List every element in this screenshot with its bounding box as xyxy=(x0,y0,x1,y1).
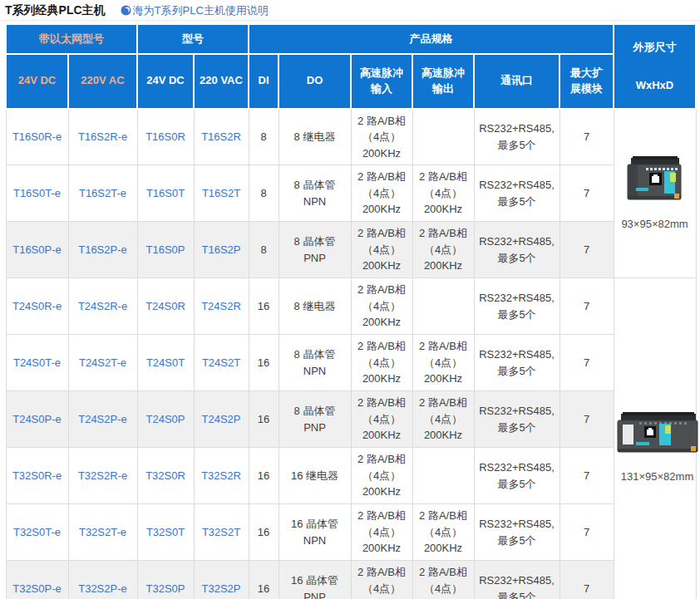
model-link[interactable]: T32S2T-e xyxy=(79,526,126,538)
model-link[interactable]: T24S0T-e xyxy=(13,356,61,369)
model-link[interactable]: T16S2T-e xyxy=(79,187,126,199)
page-title: T系列经典PLC主机 xyxy=(5,3,106,18)
model-24vdc-e-cell: T32S0P-e xyxy=(6,561,68,599)
model-link[interactable]: T16S0P-e xyxy=(12,243,62,256)
table-row: T16S0R-eT16S2R-eT16S0RT16S2R88 继电器2 路A/B… xyxy=(6,109,696,165)
hs-pulse-output-cell: 2 路A/B相 （4点） 200KHz xyxy=(412,561,474,599)
col-220vac: 220 VAC xyxy=(194,54,249,109)
usage-guide-label: 海为T系列PLC主机使用说明 xyxy=(133,3,269,18)
hs-pulse-input-cell: 2 路A/B相 （4点） 200KHz xyxy=(351,278,412,335)
model-24vdc-e-cell: T16S0R-e xyxy=(6,109,68,165)
model-link[interactable]: T16S0P xyxy=(146,243,185,256)
model-link[interactable]: T16S0R-e xyxy=(12,130,62,143)
col-hs-pulse-input: 高速脉冲 输入 xyxy=(351,54,412,109)
max-expansion-cell: 7 xyxy=(560,561,614,599)
model-link[interactable]: T16S2P xyxy=(202,243,241,256)
hs-pulse-input-cell: 2 路A/B相 （4点） 200KHz xyxy=(351,222,412,278)
table-row: T24S0T-eT24S2T-eT24S0TT24S2T168 晶体管 NPN2… xyxy=(6,335,696,391)
di-cell: 16 xyxy=(249,561,279,599)
col-hs-pulse-output: 高速脉冲 输出 xyxy=(412,54,474,109)
do-cell: 16 晶体管 NPN xyxy=(279,504,351,561)
do-cell: 8 晶体管 NPN xyxy=(279,165,351,222)
model-link[interactable]: T24S0P xyxy=(146,413,185,425)
hs-pulse-input-cell: 2 路A/B相 （4点） 200KHz xyxy=(351,504,412,561)
usage-guide-link[interactable]: 海为T系列PLC主机使用说明 xyxy=(121,3,269,18)
model-24vdc-cell: T16S0P xyxy=(137,222,194,278)
model-link[interactable]: T32S0P xyxy=(146,582,185,595)
max-expansion-cell: 7 xyxy=(560,448,614,504)
header-group-row: 带以太网型号 型号 产品规格 外形尺寸 WxHxD xyxy=(6,24,696,54)
model-link[interactable]: T32S2P-e xyxy=(78,582,127,595)
model-link[interactable]: T32S0P-e xyxy=(12,582,62,595)
comm-port-cell: RS232+RS485, 最多5个 xyxy=(474,448,560,504)
model-24vdc-e-cell: T24S0R-e xyxy=(6,278,68,335)
hs-pulse-input-cell: 2 路A/B相 （4点） 200KHz xyxy=(351,561,412,599)
model-link[interactable]: T16S2R-e xyxy=(78,130,127,143)
model-220vac-e-cell: T16S2T-e xyxy=(68,165,137,222)
model-link[interactable]: T24S2R-e xyxy=(78,300,127,312)
hs-pulse-output-cell xyxy=(412,109,474,165)
do-cell: 8 晶体管 NPN xyxy=(279,335,351,391)
hs-pulse-input-cell: 2 路A/B相 （4点） 200KHz xyxy=(351,335,412,391)
model-link[interactable]: T16S2R xyxy=(201,130,241,143)
model-link[interactable]: T24S0R xyxy=(145,300,185,312)
hs-pulse-output-cell: 2 路A/B相 （4点） 200KHz xyxy=(412,504,474,561)
model-link[interactable]: T24S0T xyxy=(146,356,185,369)
dimension-caption: 131×95×82mm xyxy=(616,469,699,485)
model-24vdc-cell: T32S0T xyxy=(137,504,194,561)
max-expansion-cell: 7 xyxy=(560,504,614,561)
model-link[interactable]: T24S2P-e xyxy=(78,413,127,425)
dimension-cell: 93×95×82mm xyxy=(614,109,696,278)
table-row: T16S0P-eT16S2P-eT16S0PT16S2P88 晶体管 PNP2 … xyxy=(6,222,696,278)
model-link[interactable]: T24S2T xyxy=(202,356,240,369)
model-24vdc-e-cell: T32S0T-e xyxy=(6,504,68,561)
model-220vac-cell: T32S2P xyxy=(194,561,249,599)
model-24vdc-cell: T24S0R xyxy=(137,278,194,335)
model-link[interactable]: T24S2R xyxy=(201,300,241,312)
header-col-row: 24V DC 220V AC 24V DC 220 VAC DI DO 高速脉冲… xyxy=(6,54,696,109)
do-cell: 8 晶体管 PNP xyxy=(279,391,351,448)
header-group-model: 型号 xyxy=(137,24,249,54)
model-220vac-e-cell: T32S2T-e xyxy=(68,504,137,561)
hs-pulse-output-cell xyxy=(412,448,474,504)
col-24vdc-ethernet: 24V DC xyxy=(6,54,68,109)
col-220vac-ethernet: 220V AC xyxy=(68,54,137,109)
comm-port-cell: RS232+RS485, 最多5个 xyxy=(474,335,560,391)
model-link[interactable]: T32S2R xyxy=(201,469,241,482)
model-220vac-e-cell: T24S2T-e xyxy=(68,335,137,391)
model-220vac-cell: T24S2R xyxy=(194,278,249,335)
model-link[interactable]: T16S0T xyxy=(146,187,185,199)
model-link[interactable]: T32S0T xyxy=(146,526,185,538)
model-220vac-e-cell: T24S2P-e xyxy=(68,391,137,448)
dimension-cell: 131×95×82mm xyxy=(614,278,696,599)
model-link[interactable]: T24S0R-e xyxy=(12,300,62,312)
table-row: T24S0R-eT24S2R-eT24S0RT24S2R168 继电器2 路A/… xyxy=(6,278,696,335)
model-link[interactable]: T24S0P-e xyxy=(12,413,62,425)
model-link[interactable]: T32S0T-e xyxy=(13,526,61,538)
model-24vdc-e-cell: T16S0T-e xyxy=(6,165,68,222)
di-cell: 16 xyxy=(249,391,279,448)
comm-port-cell: RS232+RS485, 最多5个 xyxy=(474,504,560,561)
max-expansion-cell: 7 xyxy=(560,278,614,335)
model-link[interactable]: T32S0R-e xyxy=(12,469,62,482)
table-body: T16S0R-eT16S2R-eT16S0RT16S2R88 继电器2 路A/B… xyxy=(6,109,696,599)
di-cell: 16 xyxy=(249,504,279,561)
model-link[interactable]: T16S2T xyxy=(202,187,240,199)
di-cell: 8 xyxy=(249,165,279,222)
model-220vac-cell: T24S2T xyxy=(194,335,249,391)
col-comm-port: 通讯口 xyxy=(474,54,560,109)
model-220vac-e-cell: T16S2R-e xyxy=(68,109,137,165)
comm-port-cell: RS232+RS485, 最多5个 xyxy=(474,561,560,599)
model-link[interactable]: T16S0R xyxy=(145,130,185,143)
model-link[interactable]: T32S0R xyxy=(145,469,185,482)
model-link[interactable]: T32S2P xyxy=(202,582,241,595)
hs-pulse-input-cell: 2 路A/B相 （4点） 200KHz xyxy=(351,165,412,222)
plc-spec-table: 带以太网型号 型号 产品规格 外形尺寸 WxHxD 24V DC 220V AC… xyxy=(5,23,697,599)
model-link[interactable]: T16S2P-e xyxy=(78,243,127,256)
model-link[interactable]: T24S2T-e xyxy=(79,356,126,369)
model-link[interactable]: T32S2T xyxy=(202,526,240,538)
dimension-caption: 93×95×82mm xyxy=(621,216,688,233)
model-link[interactable]: T32S2R-e xyxy=(78,469,127,482)
model-link[interactable]: T16S0T-e xyxy=(13,187,61,199)
model-link[interactable]: T24S2P xyxy=(202,413,241,425)
